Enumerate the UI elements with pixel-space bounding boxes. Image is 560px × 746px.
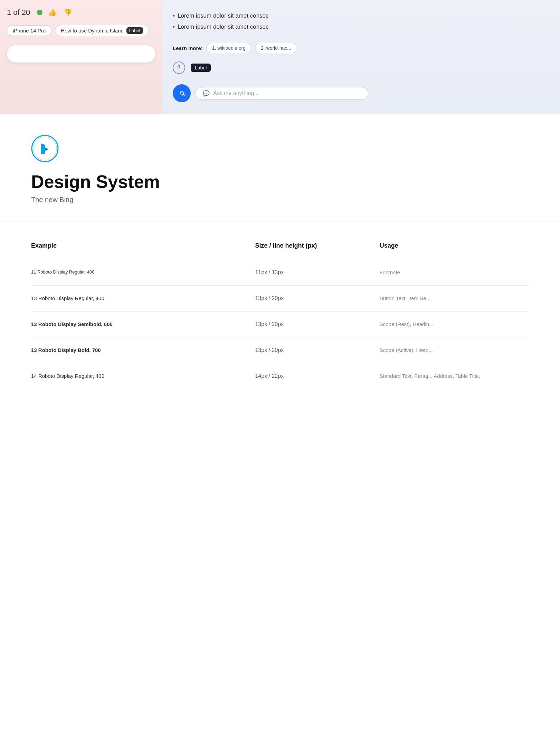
chat-fab-button[interactable] bbox=[173, 84, 191, 102]
table-row: 13 Roboto Display Regular, 400 13px / 20… bbox=[31, 286, 529, 312]
header-example: Example bbox=[31, 242, 255, 260]
ask-row: 💬 Ask me anything... bbox=[173, 84, 550, 102]
label-badge-tag: Label bbox=[126, 27, 143, 34]
tag-iphone14pro-label: iPhone 14 Pro bbox=[13, 28, 46, 34]
chat-bubble-icon: 💬 bbox=[203, 90, 210, 97]
svg-rect-1 bbox=[180, 92, 181, 94]
table-row: 13 Roboto Display Semibold, 600 13px / 2… bbox=[31, 312, 529, 337]
table-row: 14 Roboto Display Regular, 400 14px / 22… bbox=[31, 363, 529, 389]
result-count: 1 of 20 bbox=[7, 8, 30, 17]
brand-title: Design System bbox=[31, 172, 529, 192]
cell-example-1: 13 Roboto Display Regular, 400 bbox=[31, 286, 255, 312]
learn-more-row: Learn more: 1. wikipedia.org 2. world-nu… bbox=[173, 43, 550, 53]
cell-example-4: 14 Roboto Display Regular, 400 bbox=[31, 363, 255, 389]
cell-example-2: 13 Roboto Display Semibold, 600 bbox=[31, 312, 255, 337]
table-row: 13 Roboto Display Bold, 700 13px / 20px … bbox=[31, 337, 529, 363]
typography-table: Example Size / line height (px) Usage 11… bbox=[31, 242, 529, 389]
header-size: Size / line height (px) bbox=[255, 242, 379, 260]
cell-size-1: 13px / 20px bbox=[255, 286, 379, 312]
source-world[interactable]: 2. world-nuc... bbox=[255, 43, 297, 53]
bullet-list: Lorem ipsum dolor sit amet consec Lorem … bbox=[173, 7, 550, 36]
cell-example-0: 11 Roboto Display Regular, 400 bbox=[31, 260, 255, 286]
source-wikipedia[interactable]: 1. wikipedia.org bbox=[206, 43, 251, 53]
top-section: 1 of 20 👍 👎 iPhone 14 Pro How to use Dyn… bbox=[0, 0, 560, 114]
tag-iphone14pro[interactable]: iPhone 14 Pro bbox=[7, 25, 51, 36]
cell-usage-2: Scope (Rest), Headin... bbox=[380, 312, 529, 337]
ask-placeholder-text: Ask me anything... bbox=[213, 90, 259, 96]
cell-size-4: 14px / 22px bbox=[255, 363, 379, 389]
cell-usage-0: Footnote bbox=[380, 260, 529, 286]
thumbup-icon: 👍 bbox=[48, 9, 57, 16]
cell-usage-3: Scope (Active), Head... bbox=[380, 337, 529, 363]
ask-input-field[interactable]: 💬 Ask me anything... bbox=[196, 87, 368, 100]
cell-example-3: 13 Roboto Display Bold, 700 bbox=[31, 337, 255, 363]
learn-more-label: Learn more: bbox=[173, 45, 203, 51]
cell-usage-4: Standard Text, Parag... Address, Table T… bbox=[380, 363, 529, 389]
thumbdown-button[interactable]: 👎 bbox=[62, 7, 74, 18]
help-icon-button[interactable]: ? bbox=[173, 61, 185, 74]
brand-subtitle: The new Bing bbox=[31, 196, 529, 204]
thumbdown-icon: 👎 bbox=[64, 9, 72, 16]
right-panel: Lorem ipsum dolor sit amet consec Lorem … bbox=[162, 0, 560, 114]
thumbup-button[interactable]: 👍 bbox=[47, 7, 58, 18]
search-bar[interactable] bbox=[7, 45, 155, 63]
typography-table-section: Example Size / line height (px) Usage 11… bbox=[0, 221, 560, 410]
header-usage: Usage bbox=[380, 242, 529, 260]
bing-logo bbox=[31, 135, 529, 164]
table-row: 11 Roboto Display Regular, 400 11px / 13… bbox=[31, 260, 529, 286]
table-header-row: Example Size / line height (px) Usage bbox=[31, 242, 529, 260]
brand-section: Design System The new Bing bbox=[0, 114, 560, 221]
cell-size-3: 13px / 20px bbox=[255, 337, 379, 363]
tag-row: iPhone 14 Pro How to use Dynamic Island … bbox=[0, 25, 162, 42]
tag-dynamic-island-label: How to use Dynamic Island bbox=[61, 28, 124, 34]
cell-size-0: 11px / 13px bbox=[255, 260, 379, 286]
right-panel-label-badge: Label bbox=[191, 64, 211, 72]
bullet-item-2: Lorem ipsum dolor sit amet consec bbox=[173, 21, 550, 32]
left-panel: 1 of 20 👍 👎 iPhone 14 Pro How to use Dyn… bbox=[0, 0, 162, 114]
result-bar: 1 of 20 👍 👎 bbox=[0, 0, 162, 25]
cell-usage-1: Button Text, Item Se... bbox=[380, 286, 529, 312]
cell-size-2: 13px / 20px bbox=[255, 312, 379, 337]
chat-fab-icon bbox=[177, 88, 186, 99]
status-dot bbox=[37, 10, 42, 15]
tag-dynamic-island[interactable]: How to use Dynamic Island Label bbox=[55, 25, 149, 36]
bullet-item-1: Lorem ipsum dolor sit amet consec bbox=[173, 10, 550, 21]
